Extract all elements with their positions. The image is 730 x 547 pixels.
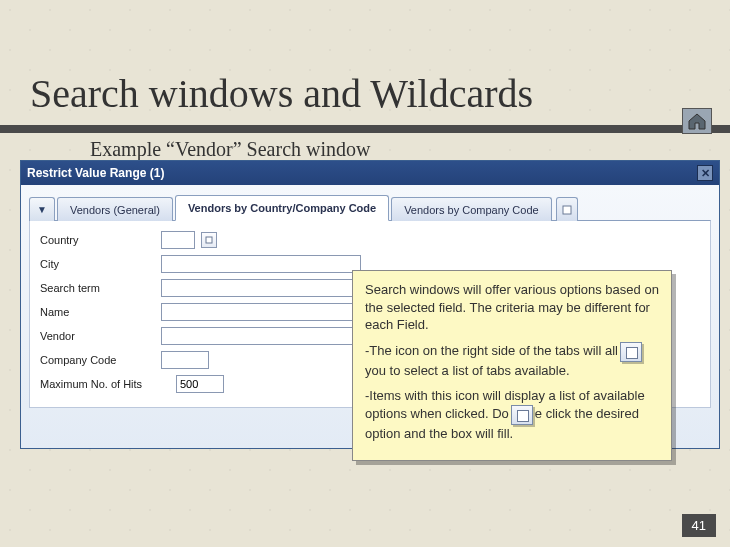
label-company-code: Company Code	[40, 354, 155, 366]
picker-icon[interactable]	[201, 232, 217, 248]
input-name[interactable]	[161, 303, 361, 321]
tab-list-icon-inline	[620, 342, 642, 362]
input-max-hits[interactable]	[176, 375, 224, 393]
slide-number: 41	[682, 514, 716, 537]
title-divider	[0, 125, 730, 133]
close-icon[interactable]: ✕	[697, 165, 713, 181]
callout-p3: -Items with this icon will display a lis…	[365, 387, 659, 442]
tab-list-icon[interactable]	[556, 197, 578, 221]
input-country[interactable]	[161, 231, 195, 249]
svg-rect-1	[206, 237, 212, 243]
label-city: City	[40, 258, 155, 270]
picker-icon-inline	[511, 405, 533, 425]
label-name: Name	[40, 306, 155, 318]
label-vendor: Vendor	[40, 330, 155, 342]
tab-strip: ▼ Vendors (General) Vendors by Country/C…	[29, 195, 711, 221]
input-search-term[interactable]	[161, 279, 361, 297]
tab-vendors-general[interactable]: Vendors (General)	[57, 197, 173, 221]
input-company-code[interactable]	[161, 351, 209, 369]
tab-vendors-company[interactable]: Vendors by Company Code	[391, 197, 552, 221]
input-vendor[interactable]	[161, 327, 361, 345]
page-title: Search windows and Wildcards	[30, 70, 533, 117]
tab-vendors-country[interactable]: Vendors by Country/Company Code	[175, 195, 389, 221]
label-search-term: Search term	[40, 282, 155, 294]
callout-p2: -The icon on the right side of the tabs …	[365, 342, 659, 380]
home-icon-svg	[687, 112, 707, 130]
window-titlebar: Restrict Value Range (1) ✕	[21, 161, 719, 185]
callout-p1: Search windows will offer various option…	[365, 281, 659, 334]
tab-dropdown-icon[interactable]: ▼	[29, 197, 55, 221]
label-max-hits: Maximum No. of Hits	[40, 378, 170, 390]
page-subtitle: Example “Vendor” Search window	[90, 138, 370, 161]
svg-rect-0	[563, 206, 571, 214]
input-city[interactable]	[161, 255, 361, 273]
home-icon[interactable]	[682, 108, 712, 134]
help-callout: Search windows will offer various option…	[352, 270, 672, 461]
window-title: Restrict Value Range (1)	[27, 166, 164, 180]
label-country: Country	[40, 234, 155, 246]
